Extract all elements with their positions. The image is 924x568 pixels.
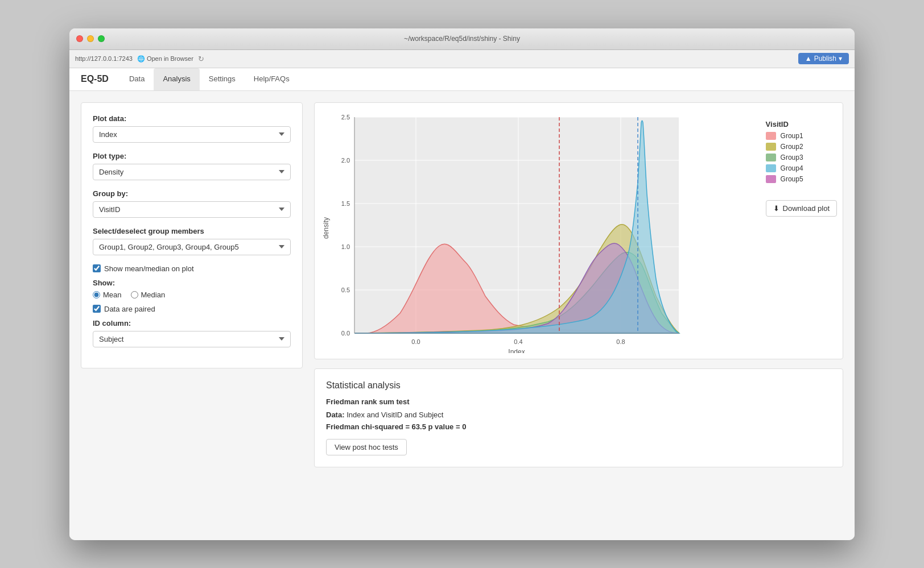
view-post-hoc-button[interactable]: View post hoc tests	[326, 439, 407, 455]
download-plot-button[interactable]: ⬇ Download plot	[766, 200, 837, 217]
show-mean-median-checkbox[interactable]	[93, 264, 101, 272]
stat-test-name: Friedman rank sum test	[326, 397, 831, 406]
controls-panel: Plot data: Index VAS Dimension Plot type…	[81, 102, 303, 368]
id-column-select[interactable]: Subject	[93, 331, 291, 347]
svg-text:density: density	[322, 217, 330, 238]
open-in-browser-button[interactable]: 🌐 Open in Browser	[137, 55, 193, 63]
legend-color-group2	[766, 143, 776, 151]
tab-settings[interactable]: Settings	[200, 68, 245, 90]
stat-data-value: Index and VisitID and Subject	[346, 411, 443, 419]
svg-text:2.0: 2.0	[341, 157, 350, 164]
svg-text:0.0: 0.0	[411, 338, 420, 345]
legend-label-group1: Group1	[781, 132, 803, 140]
legend-color-group5	[766, 175, 776, 183]
plot-data-select[interactable]: Index VAS Dimension	[93, 126, 291, 143]
stat-equation: Friedman chi-squared = 63.5 p value = 0	[326, 422, 831, 431]
chart-wrap: 0.0 0.5 1.0 1.5 2.0 2.5 density 0.0 0.4 …	[320, 109, 760, 353]
id-column-label: ID column:	[93, 319, 291, 327]
group-members-select[interactable]: Group1, Group2, Group3, Group4, Group5	[93, 239, 291, 255]
nav-tabs: Data Analysis Settings Help/FAQs	[120, 68, 299, 90]
svg-text:0.8: 0.8	[616, 338, 625, 345]
chevron-down-icon: ▾	[839, 55, 842, 63]
list-item: Group5	[766, 175, 837, 183]
median-radio[interactable]	[131, 291, 138, 298]
legend-label-group5: Group5	[781, 175, 803, 183]
chart-legend-area: VisitID Group1 Group2	[766, 109, 837, 217]
svg-text:1.5: 1.5	[341, 200, 350, 207]
tab-data[interactable]: Data	[120, 68, 154, 90]
svg-text:0.0: 0.0	[341, 330, 350, 337]
stat-data-text: Data: Index and VisitID and Subject	[326, 411, 831, 419]
url-display: http://127.0.0.1:7243	[75, 55, 133, 62]
median-radio-label[interactable]: Median	[131, 291, 166, 299]
svg-text:0.5: 0.5	[341, 287, 350, 293]
stat-box: Statistical analysis Friedman rank sum t…	[314, 368, 843, 467]
legend-label-group3: Group3	[781, 154, 803, 161]
navbar: EQ-5D Data Analysis Settings Help/FAQs	[69, 68, 855, 91]
plot-data-group: Plot data: Index VAS Dimension	[93, 114, 291, 143]
close-button[interactable]	[76, 35, 83, 42]
publish-icon: ▲	[805, 55, 812, 63]
svg-text:Index: Index	[508, 348, 525, 353]
data-paired-checkbox[interactable]	[93, 305, 101, 313]
group-by-group: Group by: VisitID Gender Age	[93, 189, 291, 218]
plot-type-group: Plot type: Density Boxplot Histogram	[93, 152, 291, 180]
globe-icon: 🌐	[137, 55, 145, 63]
show-mean-median-checkbox-label[interactable]: Show mean/median on plot	[93, 264, 291, 273]
mean-radio-label[interactable]: Mean	[93, 291, 122, 299]
svg-text:2.5: 2.5	[341, 114, 350, 121]
plot-type-label: Plot type:	[93, 152, 291, 160]
legend-title: VisitID	[766, 120, 837, 128]
window-title: ~/workspace/R/eq5d/inst/shiny - Shiny	[404, 35, 520, 43]
titlebar: ~/workspace/R/eq5d/inst/shiny - Shiny	[69, 28, 855, 50]
tab-analysis[interactable]: Analysis	[154, 68, 199, 90]
list-item: Group4	[766, 164, 837, 172]
id-column-group: ID column: Subject	[93, 319, 291, 347]
data-paired-checkbox-label[interactable]: Data are paired	[93, 305, 291, 313]
browser-bar: http://127.0.0.1:7243 🌐 Open in Browser …	[69, 50, 855, 68]
stat-data-label: Data:	[326, 411, 345, 419]
right-content: 0.0 0.5 1.0 1.5 2.0 2.5 density 0.0 0.4 …	[314, 102, 843, 529]
maximize-button[interactable]	[98, 35, 105, 42]
legend-label-group2: Group2	[781, 143, 803, 151]
group-members-label: Select/deselect group members	[93, 227, 291, 235]
main-content: Plot data: Index VAS Dimension Plot type…	[69, 91, 855, 540]
plot-data-label: Plot data:	[93, 114, 291, 123]
legend-color-group1	[766, 132, 776, 140]
download-icon: ⬇	[773, 204, 779, 213]
app-window: ~/workspace/R/eq5d/inst/shiny - Shiny ht…	[69, 28, 855, 540]
group-by-label: Group by:	[93, 189, 291, 198]
legend-color-group4	[766, 164, 776, 172]
stat-title: Statistical analysis	[326, 380, 831, 391]
svg-text:0.4: 0.4	[514, 338, 522, 345]
legend-label-group4: Group4	[781, 164, 803, 172]
plot-area: 0.0 0.5 1.0 1.5 2.0 2.5 density 0.0 0.4 …	[314, 102, 843, 359]
svg-text:1.0: 1.0	[341, 243, 350, 250]
legend: VisitID Group1 Group2	[766, 120, 837, 183]
brand-label: EQ-5D	[81, 74, 109, 84]
publish-button[interactable]: ▲ Publish ▾	[798, 53, 849, 64]
group-by-select[interactable]: VisitID Gender Age	[93, 201, 291, 218]
legend-color-group3	[766, 154, 776, 161]
mean-radio[interactable]	[93, 291, 100, 298]
minimize-button[interactable]	[87, 35, 94, 42]
show-radio-group: Mean Median	[93, 291, 291, 299]
left-panel: Plot data: Index VAS Dimension Plot type…	[81, 102, 303, 529]
traffic-lights	[76, 35, 105, 42]
legend-items: Group1 Group2 Group3	[766, 132, 837, 183]
list-item: Group2	[766, 143, 837, 151]
group-members-group: Select/deselect group members Group1, Gr…	[93, 227, 291, 255]
list-item: Group3	[766, 154, 837, 161]
tab-help[interactable]: Help/FAQs	[245, 68, 299, 90]
list-item: Group1	[766, 132, 837, 140]
reload-button[interactable]: ↻	[198, 55, 204, 63]
plot-type-select[interactable]: Density Boxplot Histogram	[93, 164, 291, 180]
plot-container: 0.0 0.5 1.0 1.5 2.0 2.5 density 0.0 0.4 …	[320, 109, 837, 353]
show-label: Show:	[93, 279, 291, 287]
density-chart: 0.0 0.5 1.0 1.5 2.0 2.5 density 0.0 0.4 …	[320, 109, 707, 353]
